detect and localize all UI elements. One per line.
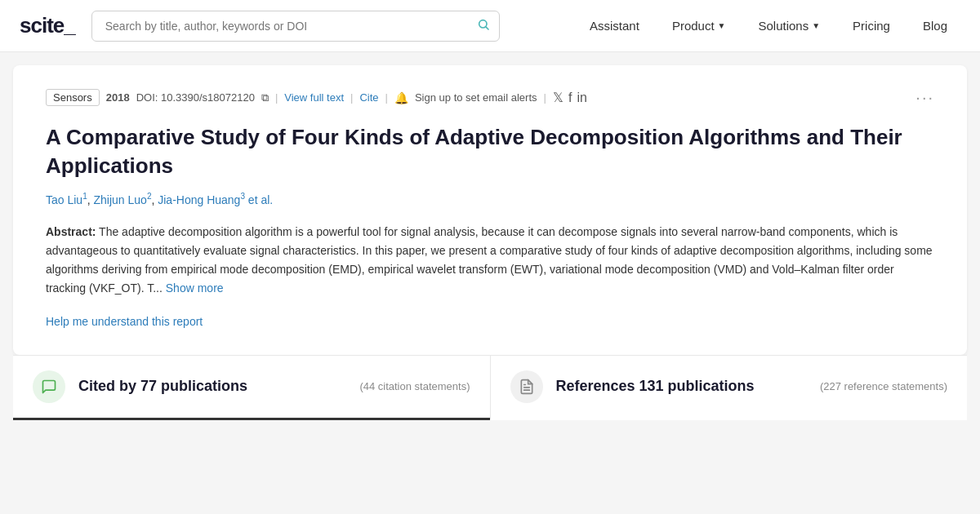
search-wrap: [91, 11, 500, 42]
cited-by-sub: (44 citation statements): [359, 379, 470, 394]
search-input[interactable]: [91, 11, 500, 42]
more-options-button[interactable]: ···: [915, 88, 934, 107]
stats-bar: Cited by 77 publications (44 citation st…: [13, 355, 967, 420]
author-2-link[interactable]: Zhijun Luo2: [94, 193, 152, 206]
nav-item-blog[interactable]: Blog: [910, 12, 960, 39]
authors: Tao Liu1, Zhijun Luo2, Jia-Hong Huang3 e…: [46, 192, 934, 206]
nav-links: Assistant Product ▼ Solutions ▼ Pricing …: [577, 12, 960, 39]
show-more-link[interactable]: Show more: [166, 281, 224, 295]
paper-card: Sensors 2018 DOI: 10.3390/s18072120 ⧉ | …: [13, 65, 967, 355]
separator: |: [385, 91, 388, 104]
logo[interactable]: scite_: [20, 13, 75, 38]
paper-doi: DOI: 10.3390/s18072120: [136, 91, 255, 104]
meta-bar: Sensors 2018 DOI: 10.3390/s18072120 ⧉ | …: [46, 88, 934, 107]
help-understand-link[interactable]: Help me understand this report: [46, 315, 203, 328]
et-al-link[interactable]: et al.: [248, 193, 273, 206]
navbar: scite_ Assistant Product ▼ Solutions ▼ P…: [0, 0, 980, 52]
nav-item-pricing[interactable]: Pricing: [840, 12, 903, 39]
chevron-down-icon: ▼: [812, 21, 820, 30]
cite-link[interactable]: Cite: [359, 91, 378, 104]
separator: |: [275, 91, 278, 104]
references-count: References 131 publications: [556, 378, 755, 396]
abstract: Abstract: The adaptive decomposition alg…: [46, 223, 934, 298]
sign-up-text: Sign up to set email alerts: [415, 91, 537, 104]
bell-icon: 🔔: [394, 91, 408, 104]
nav-item-product[interactable]: Product ▼: [659, 12, 739, 39]
references-icon: [510, 370, 543, 403]
references-sub: (227 reference statements): [820, 379, 947, 394]
author-3-link[interactable]: Jia-Hong Huang3: [158, 193, 245, 206]
separator: |: [350, 91, 353, 104]
nav-item-solutions[interactable]: Solutions ▼: [745, 12, 833, 39]
facebook-icon[interactable]: f: [568, 91, 572, 105]
paper-title: A Comparative Study of Four Kinds of Ada…: [46, 123, 934, 180]
nav-item-assistant[interactable]: Assistant: [577, 12, 653, 39]
svg-line-1: [486, 27, 488, 29]
search-icon: [477, 18, 490, 34]
cited-by-tab[interactable]: Cited by 77 publications (44 citation st…: [13, 356, 490, 420]
social-icons: 𝕏 f in: [553, 90, 587, 105]
view-full-text-link[interactable]: View full text: [284, 91, 344, 104]
linkedin-icon[interactable]: in: [577, 91, 586, 105]
references-tab[interactable]: References 131 publications (227 referen…: [490, 356, 968, 420]
journal-tag: Sensors: [46, 89, 100, 106]
paper-year: 2018: [106, 91, 130, 104]
twitter-icon[interactable]: 𝕏: [553, 90, 564, 105]
author-1-link[interactable]: Tao Liu1: [46, 193, 87, 206]
chevron-down-icon: ▼: [718, 21, 726, 30]
cited-by-icon: [33, 370, 65, 403]
cited-by-count: Cited by 77 publications: [78, 378, 247, 396]
copy-icon[interactable]: ⧉: [261, 91, 269, 104]
separator: |: [544, 91, 546, 104]
